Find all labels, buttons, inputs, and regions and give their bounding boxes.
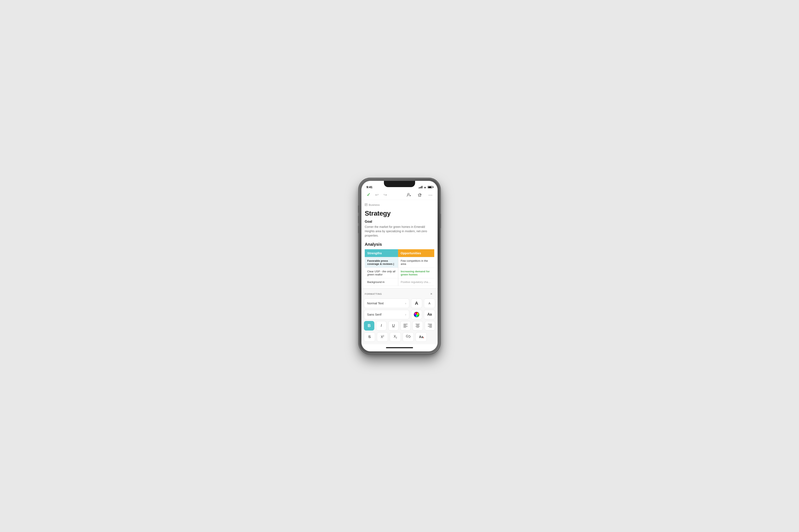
breadcrumb-icon bbox=[365, 203, 367, 207]
status-icons: ▲ bbox=[419, 186, 433, 189]
phone-screen: 9:41 ▲ ✓ ↩ ↪ bbox=[361, 181, 438, 352]
home-indicator bbox=[361, 344, 438, 352]
italic-button[interactable]: I bbox=[376, 321, 386, 330]
case-icon: Aa bbox=[427, 312, 432, 317]
battery-icon bbox=[428, 186, 433, 188]
formatting-title: FORMATTING bbox=[365, 293, 382, 295]
page-title: Strategy bbox=[365, 210, 434, 217]
swot-table: Strengths Opportunities Favorable press … bbox=[365, 249, 434, 286]
toolbar: ✓ ↩ ↪ bbox=[361, 190, 438, 200]
formatting-row-1: Normal Text › A A bbox=[364, 299, 435, 308]
chevron-right-icon: › bbox=[405, 302, 406, 305]
decrease-text-size-button[interactable]: A bbox=[424, 299, 435, 308]
signal-icon bbox=[419, 186, 422, 188]
redo-button[interactable]: ↪ bbox=[381, 191, 389, 198]
link-button[interactable] bbox=[403, 332, 414, 342]
bold-button[interactable]: B bbox=[364, 321, 374, 330]
opportunities-header: Opportunities bbox=[398, 249, 434, 257]
table-row: Clear USP - the only all green realtor I… bbox=[365, 268, 434, 278]
status-bar: 9:41 ▲ bbox=[361, 181, 438, 190]
superscript-icon: X2 bbox=[381, 335, 384, 339]
formatting-panel: FORMATTING × Normal Text › A A bbox=[361, 288, 438, 344]
strengths-header: Strengths bbox=[365, 249, 398, 257]
text-style-selector[interactable]: Normal Text › bbox=[364, 299, 409, 308]
undo-button[interactable]: ↩ bbox=[373, 191, 381, 198]
notch bbox=[384, 181, 415, 187]
formatting-rows: Normal Text › A A Sans Serif › bbox=[361, 299, 438, 344]
close-formatting-button[interactable]: × bbox=[429, 291, 434, 297]
strengths-cell-2: Clear USP - the only all green realtor bbox=[365, 268, 398, 278]
italic-label: I bbox=[381, 323, 382, 328]
breadcrumb-label: Business bbox=[369, 203, 380, 206]
strengths-cell-3: Background in bbox=[365, 278, 398, 286]
align-left-icon bbox=[403, 324, 407, 327]
add-user-button[interactable] bbox=[405, 191, 413, 198]
align-center-icon bbox=[416, 324, 420, 327]
color-circle-icon bbox=[414, 312, 419, 317]
text-color-button[interactable] bbox=[411, 310, 422, 319]
clear-format-icon: Aa × bbox=[419, 335, 423, 339]
superscript-button[interactable]: X2 bbox=[377, 332, 388, 342]
strikethrough-icon: S bbox=[368, 335, 371, 339]
formatting-header: FORMATTING × bbox=[361, 288, 438, 299]
text-case-button[interactable]: Aa bbox=[424, 310, 435, 319]
analysis-heading: Analysis bbox=[365, 242, 434, 247]
table-row: Background in Positive regulatory cha… bbox=[365, 278, 434, 286]
svg-point-0 bbox=[407, 193, 409, 195]
large-a-label: A bbox=[415, 301, 418, 306]
formatting-row-4: S X2 X2 bbox=[364, 332, 435, 342]
wifi-icon: ▲ bbox=[424, 186, 426, 189]
goal-heading: Goal bbox=[365, 220, 434, 224]
formatting-row-2: Sans Serif › Aa bbox=[364, 310, 435, 319]
chevron-right-icon: › bbox=[405, 313, 406, 316]
home-bar bbox=[386, 347, 413, 348]
underline-label: U bbox=[392, 323, 395, 328]
align-left-button[interactable] bbox=[400, 321, 411, 330]
svg-rect-3 bbox=[419, 195, 421, 196]
underline-button[interactable]: U bbox=[388, 321, 399, 330]
align-right-button[interactable] bbox=[425, 321, 435, 330]
status-time: 9:41 bbox=[366, 185, 373, 189]
font-selector[interactable]: Sans Serif › bbox=[364, 310, 409, 319]
subscript-button[interactable]: X2 bbox=[390, 332, 401, 342]
increase-text-size-button[interactable]: A bbox=[411, 299, 422, 308]
opportunities-cell-3: Positive regulatory cha… bbox=[398, 278, 434, 286]
small-a-label: A bbox=[429, 302, 430, 305]
align-center-button[interactable] bbox=[412, 321, 423, 330]
strikethrough-button[interactable]: S bbox=[364, 332, 375, 342]
phone-device: 9:41 ▲ ✓ ↩ ↪ bbox=[359, 178, 440, 354]
table-row: Favorable press coverage & reviews | Few… bbox=[365, 257, 434, 268]
toolbar-right: ··· bbox=[405, 191, 434, 198]
text-style-label: Normal Text bbox=[367, 301, 384, 305]
breadcrumb: Business bbox=[365, 203, 434, 207]
strengths-cell-1[interactable]: Favorable press coverage & reviews | bbox=[365, 257, 398, 268]
bold-label: B bbox=[368, 323, 370, 328]
toolbar-left: ✓ ↩ ↪ bbox=[365, 191, 404, 198]
goal-text: Corner the market for green homes in Eme… bbox=[365, 225, 434, 238]
font-label: Sans Serif bbox=[367, 313, 381, 316]
check-button[interactable]: ✓ bbox=[365, 191, 372, 198]
opportunities-cell-2: Increasing demand for green homes bbox=[398, 268, 434, 278]
add-home-button[interactable] bbox=[416, 191, 423, 198]
subscript-icon: X2 bbox=[394, 335, 397, 339]
formatting-row-3: B I U bbox=[364, 321, 435, 330]
opportunities-cell-1: Few competitors in the area bbox=[398, 257, 434, 268]
align-right-icon bbox=[428, 324, 432, 327]
more-button[interactable]: ··· bbox=[427, 191, 434, 198]
clear-format-button[interactable]: Aa × bbox=[416, 332, 427, 342]
content-area[interactable]: Business Strategy Goal Corner the market… bbox=[361, 200, 438, 288]
link-icon bbox=[406, 335, 411, 339]
